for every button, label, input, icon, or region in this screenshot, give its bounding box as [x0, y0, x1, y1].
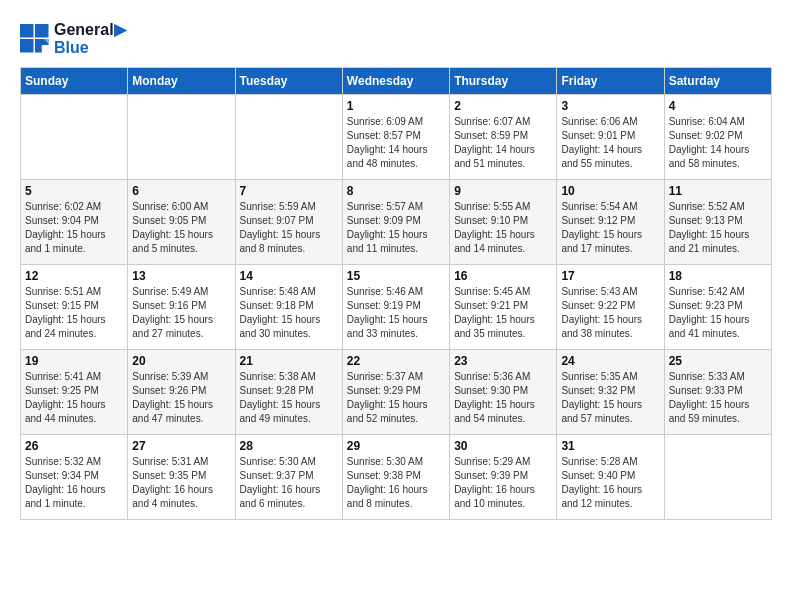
calendar-cell: 26Sunrise: 5:32 AM Sunset: 9:34 PM Dayli…	[21, 435, 128, 520]
day-info: Sunrise: 5:38 AM Sunset: 9:28 PM Dayligh…	[240, 370, 338, 426]
calendar-week-row: 12Sunrise: 5:51 AM Sunset: 9:15 PM Dayli…	[21, 265, 772, 350]
day-number: 26	[25, 439, 123, 453]
day-number: 8	[347, 184, 445, 198]
weekday-header-friday: Friday	[557, 68, 664, 95]
day-info: Sunrise: 5:37 AM Sunset: 9:29 PM Dayligh…	[347, 370, 445, 426]
day-info: Sunrise: 5:45 AM Sunset: 9:21 PM Dayligh…	[454, 285, 552, 341]
logo-text: General▶ Blue	[54, 20, 126, 57]
calendar-cell: 28Sunrise: 5:30 AM Sunset: 9:37 PM Dayli…	[235, 435, 342, 520]
calendar-cell	[21, 95, 128, 180]
day-number: 12	[25, 269, 123, 283]
day-info: Sunrise: 5:48 AM Sunset: 9:18 PM Dayligh…	[240, 285, 338, 341]
day-number: 14	[240, 269, 338, 283]
day-info: Sunrise: 5:57 AM Sunset: 9:09 PM Dayligh…	[347, 200, 445, 256]
calendar-week-row: 1Sunrise: 6:09 AM Sunset: 8:57 PM Daylig…	[21, 95, 772, 180]
calendar-cell: 3Sunrise: 6:06 AM Sunset: 9:01 PM Daylig…	[557, 95, 664, 180]
calendar-cell: 7Sunrise: 5:59 AM Sunset: 9:07 PM Daylig…	[235, 180, 342, 265]
day-number: 1	[347, 99, 445, 113]
weekday-header-monday: Monday	[128, 68, 235, 95]
day-info: Sunrise: 6:04 AM Sunset: 9:02 PM Dayligh…	[669, 115, 767, 171]
day-number: 28	[240, 439, 338, 453]
day-number: 19	[25, 354, 123, 368]
day-info: Sunrise: 5:30 AM Sunset: 9:37 PM Dayligh…	[240, 455, 338, 511]
day-info: Sunrise: 5:29 AM Sunset: 9:39 PM Dayligh…	[454, 455, 552, 511]
weekday-header-thursday: Thursday	[450, 68, 557, 95]
day-info: Sunrise: 6:02 AM Sunset: 9:04 PM Dayligh…	[25, 200, 123, 256]
day-info: Sunrise: 5:49 AM Sunset: 9:16 PM Dayligh…	[132, 285, 230, 341]
day-info: Sunrise: 5:55 AM Sunset: 9:10 PM Dayligh…	[454, 200, 552, 256]
day-number: 6	[132, 184, 230, 198]
day-number: 2	[454, 99, 552, 113]
calendar-cell	[128, 95, 235, 180]
day-info: Sunrise: 5:46 AM Sunset: 9:19 PM Dayligh…	[347, 285, 445, 341]
day-number: 24	[561, 354, 659, 368]
calendar-week-row: 5Sunrise: 6:02 AM Sunset: 9:04 PM Daylig…	[21, 180, 772, 265]
logo-icon	[20, 24, 50, 54]
day-number: 9	[454, 184, 552, 198]
calendar-cell: 6Sunrise: 6:00 AM Sunset: 9:05 PM Daylig…	[128, 180, 235, 265]
day-info: Sunrise: 5:35 AM Sunset: 9:32 PM Dayligh…	[561, 370, 659, 426]
day-number: 20	[132, 354, 230, 368]
day-info: Sunrise: 5:30 AM Sunset: 9:38 PM Dayligh…	[347, 455, 445, 511]
day-number: 18	[669, 269, 767, 283]
calendar-cell: 31Sunrise: 5:28 AM Sunset: 9:40 PM Dayli…	[557, 435, 664, 520]
day-number: 31	[561, 439, 659, 453]
calendar-cell: 16Sunrise: 5:45 AM Sunset: 9:21 PM Dayli…	[450, 265, 557, 350]
calendar-week-row: 26Sunrise: 5:32 AM Sunset: 9:34 PM Dayli…	[21, 435, 772, 520]
day-info: Sunrise: 5:31 AM Sunset: 9:35 PM Dayligh…	[132, 455, 230, 511]
calendar-cell: 19Sunrise: 5:41 AM Sunset: 9:25 PM Dayli…	[21, 350, 128, 435]
svg-rect-1	[35, 24, 49, 38]
day-number: 15	[347, 269, 445, 283]
day-number: 10	[561, 184, 659, 198]
weekday-header-wednesday: Wednesday	[342, 68, 449, 95]
page-header: General▶ Blue	[20, 20, 772, 57]
day-number: 25	[669, 354, 767, 368]
calendar-cell: 5Sunrise: 6:02 AM Sunset: 9:04 PM Daylig…	[21, 180, 128, 265]
calendar-cell: 29Sunrise: 5:30 AM Sunset: 9:38 PM Dayli…	[342, 435, 449, 520]
day-number: 23	[454, 354, 552, 368]
day-info: Sunrise: 5:52 AM Sunset: 9:13 PM Dayligh…	[669, 200, 767, 256]
day-number: 13	[132, 269, 230, 283]
calendar-cell: 2Sunrise: 6:07 AM Sunset: 8:59 PM Daylig…	[450, 95, 557, 180]
calendar-week-row: 19Sunrise: 5:41 AM Sunset: 9:25 PM Dayli…	[21, 350, 772, 435]
day-number: 27	[132, 439, 230, 453]
day-number: 29	[347, 439, 445, 453]
day-info: Sunrise: 6:09 AM Sunset: 8:57 PM Dayligh…	[347, 115, 445, 171]
calendar-table: SundayMondayTuesdayWednesdayThursdayFrid…	[20, 67, 772, 520]
calendar-cell: 10Sunrise: 5:54 AM Sunset: 9:12 PM Dayli…	[557, 180, 664, 265]
svg-rect-2	[20, 39, 34, 53]
day-number: 7	[240, 184, 338, 198]
calendar-cell: 1Sunrise: 6:09 AM Sunset: 8:57 PM Daylig…	[342, 95, 449, 180]
calendar-cell: 12Sunrise: 5:51 AM Sunset: 9:15 PM Dayli…	[21, 265, 128, 350]
day-info: Sunrise: 5:59 AM Sunset: 9:07 PM Dayligh…	[240, 200, 338, 256]
day-info: Sunrise: 6:00 AM Sunset: 9:05 PM Dayligh…	[132, 200, 230, 256]
calendar-cell: 23Sunrise: 5:36 AM Sunset: 9:30 PM Dayli…	[450, 350, 557, 435]
weekday-header-saturday: Saturday	[664, 68, 771, 95]
calendar-cell: 24Sunrise: 5:35 AM Sunset: 9:32 PM Dayli…	[557, 350, 664, 435]
day-number: 21	[240, 354, 338, 368]
day-info: Sunrise: 5:33 AM Sunset: 9:33 PM Dayligh…	[669, 370, 767, 426]
svg-rect-0	[20, 24, 34, 38]
calendar-cell: 27Sunrise: 5:31 AM Sunset: 9:35 PM Dayli…	[128, 435, 235, 520]
day-number: 4	[669, 99, 767, 113]
day-info: Sunrise: 5:36 AM Sunset: 9:30 PM Dayligh…	[454, 370, 552, 426]
calendar-cell: 25Sunrise: 5:33 AM Sunset: 9:33 PM Dayli…	[664, 350, 771, 435]
day-number: 5	[25, 184, 123, 198]
calendar-cell: 8Sunrise: 5:57 AM Sunset: 9:09 PM Daylig…	[342, 180, 449, 265]
day-info: Sunrise: 5:32 AM Sunset: 9:34 PM Dayligh…	[25, 455, 123, 511]
day-info: Sunrise: 5:54 AM Sunset: 9:12 PM Dayligh…	[561, 200, 659, 256]
weekday-header-row: SundayMondayTuesdayWednesdayThursdayFrid…	[21, 68, 772, 95]
day-info: Sunrise: 5:51 AM Sunset: 9:15 PM Dayligh…	[25, 285, 123, 341]
day-info: Sunrise: 5:41 AM Sunset: 9:25 PM Dayligh…	[25, 370, 123, 426]
calendar-cell	[664, 435, 771, 520]
day-info: Sunrise: 6:07 AM Sunset: 8:59 PM Dayligh…	[454, 115, 552, 171]
calendar-cell: 30Sunrise: 5:29 AM Sunset: 9:39 PM Dayli…	[450, 435, 557, 520]
calendar-cell: 15Sunrise: 5:46 AM Sunset: 9:19 PM Dayli…	[342, 265, 449, 350]
day-info: Sunrise: 5:39 AM Sunset: 9:26 PM Dayligh…	[132, 370, 230, 426]
calendar-cell: 22Sunrise: 5:37 AM Sunset: 9:29 PM Dayli…	[342, 350, 449, 435]
calendar-cell	[235, 95, 342, 180]
weekday-header-sunday: Sunday	[21, 68, 128, 95]
calendar-cell: 21Sunrise: 5:38 AM Sunset: 9:28 PM Dayli…	[235, 350, 342, 435]
calendar-cell: 9Sunrise: 5:55 AM Sunset: 9:10 PM Daylig…	[450, 180, 557, 265]
day-info: Sunrise: 5:28 AM Sunset: 9:40 PM Dayligh…	[561, 455, 659, 511]
